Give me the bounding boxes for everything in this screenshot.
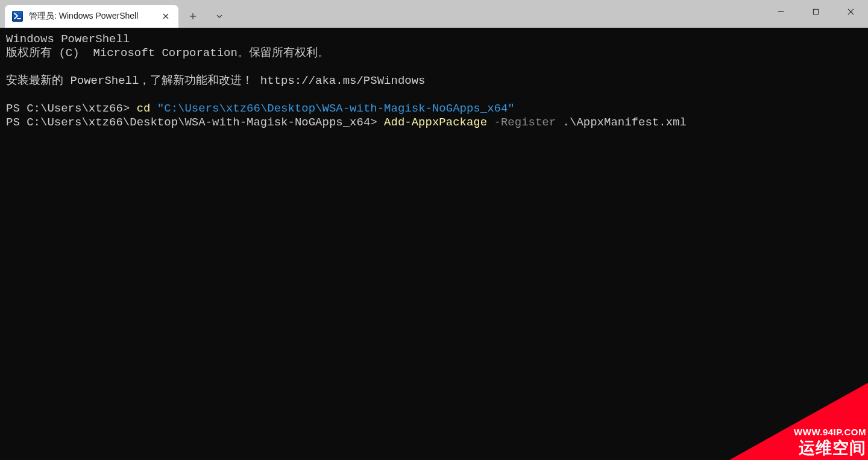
space bbox=[487, 116, 494, 129]
cmd-cd: cd bbox=[137, 102, 151, 115]
space bbox=[556, 116, 562, 129]
plus-icon bbox=[189, 13, 197, 20]
minimize-button[interactable] bbox=[763, 0, 798, 23]
terminal-line: Windows PowerShell bbox=[6, 33, 130, 46]
cmd-path-arg: "C:\Users\xtz66\Desktop\WSA-with-Magisk-… bbox=[157, 102, 515, 115]
minimize-icon bbox=[778, 8, 784, 15]
new-tab-button[interactable] bbox=[182, 7, 204, 26]
cmd-add-appxpackage: Add-AppxPackage bbox=[384, 116, 487, 129]
terminal[interactable]: Windows PowerShell 版权所有 (C) Microsoft Co… bbox=[0, 28, 868, 460]
close-icon bbox=[163, 13, 169, 19]
cmd-arg-manifest: .\AppxManifest.xml bbox=[563, 116, 687, 129]
chevron-down-icon bbox=[216, 13, 223, 20]
close-icon bbox=[848, 8, 854, 15]
prompt-prefix: PS C:\Users\xtz66> bbox=[6, 102, 137, 115]
terminal-url: https://aka.ms/PSWindows bbox=[260, 74, 426, 87]
tab-title: 管理员: Windows PowerShell bbox=[29, 11, 153, 22]
tab-active[interactable]: 管理员: Windows PowerShell bbox=[5, 5, 178, 28]
titlebar: 管理员: Windows PowerShell bbox=[0, 0, 868, 28]
terminal-text: 安装最新的 bbox=[6, 74, 70, 87]
tab-dropdown-button[interactable] bbox=[209, 7, 230, 26]
prompt-prefix: PS C:\Users\xtz66\Desktop\WSA-with-Magis… bbox=[6, 116, 384, 129]
window-controls bbox=[763, 0, 868, 23]
space bbox=[150, 102, 157, 115]
terminal-line: 版权所有 (C) Microsoft Corporation。保留所有权利。 bbox=[6, 46, 329, 60]
tab-close-button[interactable] bbox=[159, 10, 172, 23]
window-close-button[interactable] bbox=[833, 0, 868, 23]
terminal-text: ，了解新功能和改进！ bbox=[139, 74, 260, 87]
maximize-button[interactable] bbox=[798, 0, 833, 23]
powershell-icon bbox=[12, 11, 23, 22]
tab-actions bbox=[182, 5, 230, 28]
cmd-param-register: -Register bbox=[494, 116, 556, 129]
terminal-text: PowerShell bbox=[70, 74, 139, 87]
svg-rect-8 bbox=[813, 9, 818, 14]
maximize-icon bbox=[813, 8, 819, 15]
